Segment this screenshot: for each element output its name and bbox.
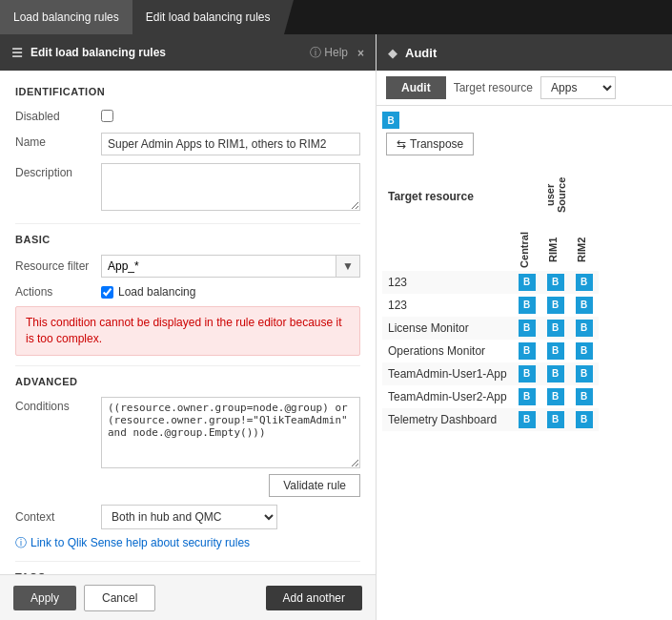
transpose-icon: ⇆ — [397, 137, 406, 151]
tab-edit-load-balancing-rules[interactable]: Edit load balancing rules — [132, 0, 284, 34]
b-badge[interactable]: B — [576, 388, 593, 405]
load-balancing-checkbox[interactable] — [101, 286, 113, 299]
audit-b-cell[interactable]: B — [570, 340, 599, 362]
audit-b-cell[interactable]: B — [570, 385, 599, 408]
b-badge[interactable]: B — [547, 342, 564, 360]
audit-b-cell[interactable]: B — [541, 317, 570, 340]
left-panel-header: ☰ Edit load balancing rules ⓘ Help × — [0, 34, 376, 71]
b-header-box: B — [382, 112, 399, 129]
disabled-control — [101, 107, 360, 125]
description-input[interactable] — [101, 163, 360, 211]
b-badge[interactable]: B — [576, 411, 593, 428]
b-badge[interactable]: B — [576, 342, 593, 360]
resource-filter-label: Resource filter — [15, 259, 101, 273]
audit-b-cell[interactable]: B — [570, 271, 599, 294]
description-label: Description — [15, 163, 101, 179]
audit-b-cell[interactable]: B — [570, 408, 599, 431]
audit-b-cell[interactable]: B — [570, 294, 599, 317]
audit-b-cell[interactable]: B — [541, 408, 570, 431]
table-row: License MonitorBBB — [382, 317, 599, 340]
b-badge[interactable]: B — [576, 365, 593, 382]
edit-icon: ☰ — [11, 46, 23, 60]
table-row: Telemetry DashboardBBB — [382, 408, 599, 431]
audit-table: Target resource Source user Central RIM1… — [382, 163, 599, 431]
validate-row: Validate rule — [15, 474, 360, 497]
name-input[interactable] — [101, 133, 360, 155]
audit-column-headers-row: Central RIM1 RIM2 — [382, 228, 599, 271]
audit-b-cell[interactable]: B — [513, 340, 541, 362]
section-divider-2 — [15, 365, 360, 366]
audit-b-cell[interactable]: B — [570, 362, 599, 385]
name-control — [101, 133, 360, 155]
b-badge[interactable]: B — [576, 274, 593, 291]
shield-icon: ◆ — [388, 46, 397, 60]
audit-b-cell[interactable]: B — [570, 317, 599, 340]
audit-table-body: 123BBB123BBBLicense MonitorBBBOperations… — [382, 271, 599, 431]
right-panel: ◆ Audit Audit Target resource Apps Strea… — [377, 34, 672, 620]
audit-b-cell[interactable]: B — [513, 408, 541, 431]
b-badge[interactable]: B — [547, 388, 564, 405]
transpose-button[interactable]: ⇆ Transpose — [386, 133, 474, 155]
audit-b-cell[interactable]: B — [513, 294, 541, 317]
audit-tab-button[interactable]: Audit — [386, 76, 446, 99]
b-badge[interactable]: B — [547, 365, 564, 382]
qlik-help-link[interactable]: ⓘ Link to Qlik Sense help about security… — [15, 535, 360, 551]
identification-section-title: IDENTIFICATION — [15, 86, 360, 97]
b-badge[interactable]: B — [519, 411, 536, 428]
target-resource-select[interactable]: Apps Streams Users — [540, 76, 616, 99]
col-header-rim1: RIM1 — [541, 228, 570, 271]
cancel-button[interactable]: Cancel — [84, 585, 155, 611]
b-badge[interactable]: B — [547, 274, 564, 291]
resource-filter-dropdown[interactable]: ▼ — [336, 256, 359, 277]
audit-b-cell[interactable]: B — [541, 294, 570, 317]
b-badge[interactable]: B — [519, 365, 536, 382]
b-badge[interactable]: B — [576, 320, 593, 337]
audit-b-cell[interactable]: B — [513, 362, 541, 385]
left-header-title: ☰ Edit load balancing rules — [11, 46, 166, 60]
context-select[interactable]: Both in hub and QMC Only in hub Only in … — [101, 505, 277, 529]
disabled-checkbox[interactable] — [101, 110, 113, 122]
add-another-button[interactable]: Add another — [266, 586, 362, 610]
conditions-textarea[interactable] — [101, 397, 360, 468]
close-button[interactable]: × — [357, 45, 364, 60]
help-button[interactable]: ⓘ Help — [310, 45, 348, 61]
description-control — [101, 163, 360, 214]
audit-b-cell[interactable]: B — [541, 385, 570, 408]
apply-button[interactable]: Apply — [13, 586, 76, 610]
section-divider-3 — [15, 561, 360, 562]
audit-b-cell[interactable]: B — [541, 362, 570, 385]
context-row: Context Both in hub and QMC Only in hub … — [15, 505, 360, 529]
main-content: ☰ Edit load balancing rules ⓘ Help × IDE… — [0, 34, 672, 620]
audit-b-cell[interactable]: B — [513, 317, 541, 340]
audit-table-header-row: Target resource Source user — [382, 163, 599, 228]
target-resource-header: Target resource — [382, 163, 513, 228]
b-badge[interactable]: B — [547, 297, 564, 314]
validate-rule-button[interactable]: Validate rule — [269, 474, 360, 497]
resource-filter-input-wrapper: ▼ — [101, 255, 360, 278]
audit-b-cell[interactable]: B — [513, 271, 541, 294]
audit-b-cell[interactable]: B — [513, 385, 541, 408]
name-label: Name — [15, 133, 101, 149]
basic-section-title: BASIC — [15, 234, 360, 245]
audit-target-cell: Telemetry Dashboard — [382, 408, 513, 431]
b-badge[interactable]: B — [576, 297, 593, 314]
b-badge[interactable]: B — [547, 411, 564, 428]
disabled-row: Disabled — [15, 107, 360, 125]
audit-b-cell[interactable]: B — [541, 340, 570, 362]
b-badge[interactable]: B — [519, 388, 536, 405]
audit-header-bar: Audit Target resource Apps Streams Users — [377, 71, 672, 106]
disabled-label: Disabled — [15, 107, 101, 123]
table-row: TeamAdmin-User1-AppBBB — [382, 362, 599, 385]
audit-b-cell[interactable]: B — [541, 271, 570, 294]
b-badge[interactable]: B — [547, 320, 564, 337]
tab-load-balancing-rules[interactable]: Load balancing rules — [0, 0, 132, 34]
b-badge[interactable]: B — [519, 297, 536, 314]
b-badge[interactable]: B — [519, 320, 536, 337]
resource-filter-input[interactable] — [102, 256, 336, 277]
question-icon: ⓘ — [310, 45, 321, 61]
conditions-label: Conditions — [15, 397, 101, 413]
b-badge[interactable]: B — [519, 274, 536, 291]
audit-target-cell: 123 — [382, 294, 513, 317]
b-badge[interactable]: B — [519, 342, 536, 360]
right-panel-title: Audit — [405, 46, 437, 60]
